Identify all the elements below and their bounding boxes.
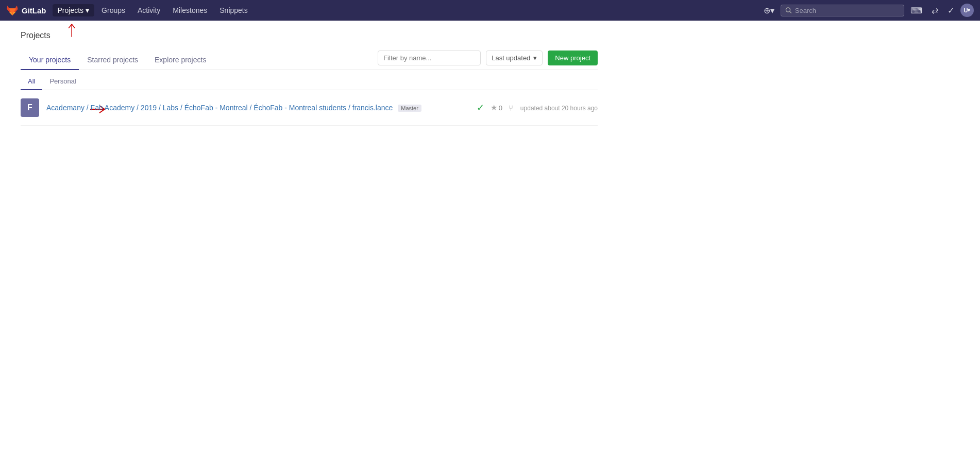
tab-your-projects[interactable]: Your projects [21, 50, 79, 70]
nav-projects[interactable]: Projects ▾ [53, 4, 95, 16]
nav-milestones[interactable]: Milestones [167, 4, 212, 16]
new-item-button[interactable]: ⊕ ▾ [761, 4, 778, 18]
search-icon [785, 7, 792, 14]
branch-badge: Master [398, 105, 421, 112]
svg-line-1 [790, 11, 791, 13]
fork-icon: ⑂ [509, 104, 513, 112]
navbar-right: ⊕ ▾ ⌨ ⇄ ✓ U ▾ [761, 4, 974, 18]
star-count[interactable]: ★ 0 [491, 103, 502, 112]
sub-tab-all[interactable]: All [21, 73, 42, 90]
nav-snippets[interactable]: Snippets [214, 4, 252, 16]
project-updated: updated about 20 hours ago [520, 105, 598, 112]
new-project-button[interactable]: New project [548, 50, 598, 65]
tab-starred-projects[interactable]: Starred projects [79, 50, 146, 70]
search-box[interactable] [781, 5, 904, 16]
star-icon: ★ [491, 103, 497, 112]
project-meta: ✓ ★ 0 ⑂ updated about 20 hours ago [477, 102, 598, 113]
project-tabs: Your projects Starred projects Explore p… [21, 50, 378, 70]
user-avatar[interactable]: U ▾ [960, 4, 974, 17]
gitlab-logo-link[interactable]: GitLab [6, 4, 46, 16]
navbar: GitLab Projects ▾ Groups Activity Milest… [0, 0, 980, 21]
main-content: Projects Your projects Starred projects … [0, 21, 618, 136]
sort-dropdown[interactable]: Last updated ▾ [486, 50, 543, 65]
keyboard-shortcut-icon[interactable]: ⌨ [907, 4, 925, 18]
nav-activity[interactable]: Activity [132, 4, 165, 16]
project-path-link[interactable]: Academany / Fab Academy / 2019 / Labs / … [46, 104, 395, 112]
project-list: F Academany / Fab Academy / 2019 / Labs … [21, 90, 598, 126]
merge-request-icon[interactable]: ⇄ [928, 4, 941, 18]
project-status: ✓ ★ 0 ⑂ [477, 102, 513, 113]
todo-icon[interactable]: ✓ [944, 4, 957, 18]
sub-tabs: All Personal [21, 70, 598, 90]
gitlab-name: GitLab [22, 6, 46, 15]
nav-groups[interactable]: Groups [96, 4, 130, 16]
project-avatar: F [21, 98, 39, 117]
search-input[interactable] [795, 7, 900, 14]
tab-actions: Last updated ▾ New project [378, 50, 598, 70]
table-row: F Academany / Fab Academy / 2019 / Labs … [21, 90, 598, 126]
project-info: Academany / Fab Academy / 2019 / Labs / … [46, 104, 477, 112]
tabs-container: Your projects Starred projects Explore p… [21, 50, 598, 70]
svg-point-0 [786, 8, 790, 12]
page-title: Projects [21, 31, 598, 40]
sub-tab-personal[interactable]: Personal [42, 73, 83, 90]
pipeline-status-icon[interactable]: ✓ [477, 102, 484, 113]
filter-input[interactable] [378, 50, 481, 65]
gitlab-logo-icon [6, 4, 19, 16]
tab-explore-projects[interactable]: Explore projects [146, 50, 214, 70]
